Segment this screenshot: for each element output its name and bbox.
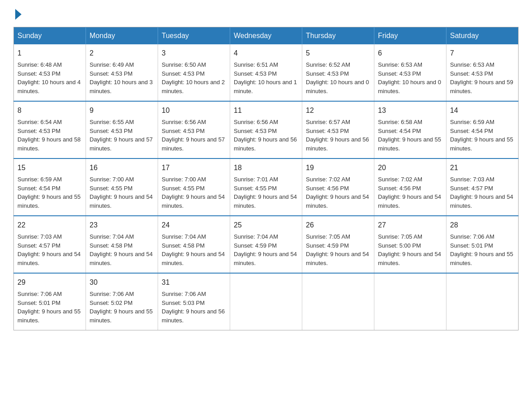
calendar-week-3: 15Sunrise: 6:59 AMSunset: 4:54 PMDayligh…: [14, 158, 519, 216]
day-info: Sunrise: 6:59 AMSunset: 4:54 PMDaylight:…: [450, 119, 513, 152]
calendar-cell: 30Sunrise: 7:06 AMSunset: 5:02 PMDayligh…: [86, 273, 158, 330]
calendar-cell: 31Sunrise: 7:06 AMSunset: 5:03 PMDayligh…: [158, 273, 230, 330]
day-info: Sunrise: 6:55 AMSunset: 4:53 PMDaylight:…: [90, 119, 153, 152]
header-monday: Monday: [86, 27, 158, 45]
day-number: 30: [90, 277, 154, 288]
day-number: 29: [17, 277, 82, 288]
day-info: Sunrise: 7:02 AMSunset: 4:56 PMDaylight:…: [306, 176, 369, 209]
day-info: Sunrise: 6:53 AMSunset: 4:53 PMDaylight:…: [450, 61, 513, 94]
calendar-cell: 17Sunrise: 7:00 AMSunset: 4:55 PMDayligh…: [158, 158, 230, 216]
day-number: 9: [90, 105, 154, 116]
day-info: Sunrise: 6:52 AMSunset: 4:53 PMDaylight:…: [306, 61, 369, 94]
calendar-cell: 6Sunrise: 6:53 AMSunset: 4:53 PMDaylight…: [374, 44, 446, 101]
day-number: 7: [450, 48, 515, 59]
day-number: 8: [17, 105, 82, 116]
calendar-cell: 19Sunrise: 7:02 AMSunset: 4:56 PMDayligh…: [302, 158, 374, 216]
calendar-week-1: 1Sunrise: 6:48 AMSunset: 4:53 PMDaylight…: [14, 44, 519, 101]
calendar-cell: 8Sunrise: 6:54 AMSunset: 4:53 PMDaylight…: [14, 101, 86, 158]
calendar-cell: [230, 273, 302, 330]
calendar-cell: [302, 273, 374, 330]
day-info: Sunrise: 6:49 AMSunset: 4:53 PMDaylight:…: [90, 61, 153, 94]
calendar-header-row: SundayMondayTuesdayWednesdayThursdayFrid…: [14, 27, 519, 45]
day-number: 27: [378, 220, 442, 231]
day-info: Sunrise: 7:04 AMSunset: 4:58 PMDaylight:…: [162, 233, 225, 266]
calendar-week-5: 29Sunrise: 7:06 AMSunset: 5:01 PMDayligh…: [14, 273, 519, 330]
day-number: 6: [378, 48, 442, 59]
day-info: Sunrise: 7:02 AMSunset: 4:56 PMDaylight:…: [378, 176, 441, 209]
calendar-table: SundayMondayTuesdayWednesdayThursdayFrid…: [13, 27, 519, 330]
calendar-cell: 18Sunrise: 7:01 AMSunset: 4:55 PMDayligh…: [230, 158, 302, 216]
calendar-cell: 1Sunrise: 6:48 AMSunset: 4:53 PMDaylight…: [14, 44, 86, 101]
day-number: 17: [162, 163, 226, 173]
header-saturday: Saturday: [446, 27, 519, 45]
header-wednesday: Wednesday: [230, 27, 302, 45]
calendar-cell: [374, 273, 446, 330]
header-tuesday: Tuesday: [158, 27, 230, 45]
day-number: 26: [306, 220, 370, 231]
day-info: Sunrise: 6:58 AMSunset: 4:54 PMDaylight:…: [378, 119, 441, 152]
calendar-cell: 3Sunrise: 6:50 AMSunset: 4:53 PMDaylight…: [158, 44, 230, 101]
logo: [13, 9, 21, 18]
day-info: Sunrise: 7:01 AMSunset: 4:55 PMDaylight:…: [234, 176, 297, 209]
calendar-cell: 15Sunrise: 6:59 AMSunset: 4:54 PMDayligh…: [14, 158, 86, 216]
day-info: Sunrise: 7:06 AMSunset: 5:01 PMDaylight:…: [17, 291, 81, 324]
calendar-cell: 20Sunrise: 7:02 AMSunset: 4:56 PMDayligh…: [374, 158, 446, 216]
day-number: 3: [162, 48, 226, 59]
day-number: 28: [450, 220, 515, 231]
day-info: Sunrise: 6:56 AMSunset: 4:53 PMDaylight:…: [234, 119, 297, 152]
day-number: 20: [378, 163, 442, 173]
day-info: Sunrise: 7:03 AMSunset: 4:57 PMDaylight:…: [450, 176, 513, 209]
calendar-cell: 16Sunrise: 7:00 AMSunset: 4:55 PMDayligh…: [86, 158, 158, 216]
calendar-week-4: 22Sunrise: 7:03 AMSunset: 4:57 PMDayligh…: [14, 216, 519, 273]
calendar-cell: [446, 273, 519, 330]
day-info: Sunrise: 7:04 AMSunset: 4:58 PMDaylight:…: [90, 233, 153, 266]
day-number: 21: [450, 163, 515, 173]
day-number: 22: [17, 220, 82, 231]
day-number: 31: [162, 277, 226, 288]
day-number: 4: [234, 48, 298, 59]
calendar-cell: 25Sunrise: 7:04 AMSunset: 4:59 PMDayligh…: [230, 216, 302, 273]
day-number: 5: [306, 48, 370, 59]
header-sunday: Sunday: [14, 27, 86, 45]
day-number: 13: [378, 105, 442, 116]
day-number: 14: [450, 105, 515, 116]
day-info: Sunrise: 7:06 AMSunset: 5:01 PMDaylight:…: [450, 233, 513, 266]
day-info: Sunrise: 6:56 AMSunset: 4:53 PMDaylight:…: [162, 119, 225, 152]
day-number: 24: [162, 220, 226, 231]
calendar-cell: 14Sunrise: 6:59 AMSunset: 4:54 PMDayligh…: [446, 101, 519, 158]
calendar-cell: 21Sunrise: 7:03 AMSunset: 4:57 PMDayligh…: [446, 158, 519, 216]
calendar-cell: 5Sunrise: 6:52 AMSunset: 4:53 PMDaylight…: [302, 44, 374, 101]
day-info: Sunrise: 7:05 AMSunset: 5:00 PMDaylight:…: [378, 233, 441, 266]
day-number: 11: [234, 105, 298, 116]
day-info: Sunrise: 7:05 AMSunset: 4:59 PMDaylight:…: [306, 233, 369, 266]
calendar-cell: 4Sunrise: 6:51 AMSunset: 4:53 PMDaylight…: [230, 44, 302, 101]
calendar-cell: 24Sunrise: 7:04 AMSunset: 4:58 PMDayligh…: [158, 216, 230, 273]
calendar-cell: 23Sunrise: 7:04 AMSunset: 4:58 PMDayligh…: [86, 216, 158, 273]
day-info: Sunrise: 7:00 AMSunset: 4:55 PMDaylight:…: [162, 176, 225, 209]
day-number: 10: [162, 105, 226, 116]
day-info: Sunrise: 7:00 AMSunset: 4:55 PMDaylight:…: [90, 176, 153, 209]
day-info: Sunrise: 7:04 AMSunset: 4:59 PMDaylight:…: [234, 233, 297, 266]
header-friday: Friday: [374, 27, 446, 45]
day-number: 23: [90, 220, 154, 231]
day-number: 1: [17, 48, 82, 59]
day-number: 2: [90, 48, 154, 59]
header-thursday: Thursday: [302, 27, 374, 45]
calendar-cell: 7Sunrise: 6:53 AMSunset: 4:53 PMDaylight…: [446, 44, 519, 101]
calendar-week-2: 8Sunrise: 6:54 AMSunset: 4:53 PMDaylight…: [14, 101, 519, 158]
day-info: Sunrise: 6:48 AMSunset: 4:53 PMDaylight:…: [17, 61, 81, 94]
logo-arrow-icon: [15, 9, 21, 20]
day-info: Sunrise: 6:50 AMSunset: 4:53 PMDaylight:…: [162, 61, 225, 94]
day-info: Sunrise: 6:57 AMSunset: 4:53 PMDaylight:…: [306, 119, 369, 152]
day-info: Sunrise: 6:54 AMSunset: 4:53 PMDaylight:…: [17, 119, 81, 152]
calendar-cell: 27Sunrise: 7:05 AMSunset: 5:00 PMDayligh…: [374, 216, 446, 273]
day-info: Sunrise: 7:06 AMSunset: 5:02 PMDaylight:…: [90, 291, 153, 324]
day-info: Sunrise: 7:03 AMSunset: 4:57 PMDaylight:…: [17, 233, 81, 266]
day-number: 25: [234, 220, 298, 231]
day-number: 12: [306, 105, 370, 116]
calendar-cell: 26Sunrise: 7:05 AMSunset: 4:59 PMDayligh…: [302, 216, 374, 273]
calendar-cell: 2Sunrise: 6:49 AMSunset: 4:53 PMDaylight…: [86, 44, 158, 101]
calendar-cell: 13Sunrise: 6:58 AMSunset: 4:54 PMDayligh…: [374, 101, 446, 158]
day-number: 18: [234, 163, 298, 173]
calendar-cell: 22Sunrise: 7:03 AMSunset: 4:57 PMDayligh…: [14, 216, 86, 273]
